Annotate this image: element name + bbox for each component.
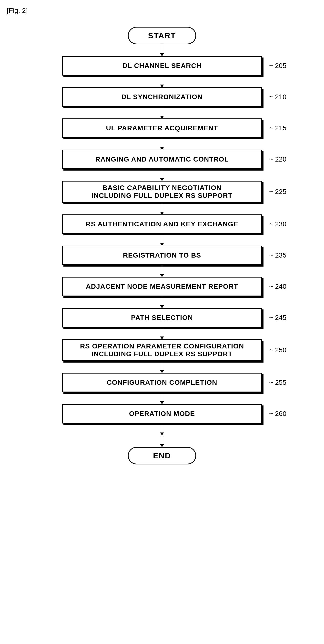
- arrow-after-step-260: [162, 424, 162, 435]
- step-235: REGISTRATION TO BS: [62, 246, 262, 265]
- step-210-number: ~ 210: [269, 93, 286, 101]
- nodes-container: DL CHANNEL SEARCH~ 205DL SYNCHRONIZATION…: [62, 56, 262, 435]
- arrow-connector: [162, 435, 162, 447]
- step-235-wrapper: REGISTRATION TO BS~ 235: [62, 246, 262, 265]
- arrow-after-step-220: [162, 169, 162, 181]
- step-245: PATH SELECTION: [62, 308, 262, 328]
- end-section: END: [128, 435, 196, 464]
- step-230: RS AUTHENTICATION AND KEY EXCHANGE: [62, 214, 262, 234]
- step-220: RANGING AND AUTOMATIC CONTROL: [62, 150, 262, 169]
- arrow-after-step-210: [162, 107, 162, 118]
- step-250-wrapper: RS OPERATION PARAMETER CONFIGURATION INC…: [62, 339, 262, 361]
- figure-label: [Fig. 2]: [7, 7, 28, 14]
- arrow-after-step-240: [162, 296, 162, 308]
- arrow-connector: [162, 44, 162, 56]
- step-260-number: ~ 260: [269, 410, 286, 418]
- step-225: BASIC CAPABILITY NEGOTIATION INCLUDING F…: [62, 181, 262, 203]
- arrow-after-step-250: [162, 361, 162, 373]
- step-235-number: ~ 235: [269, 252, 286, 259]
- arrow-after-step-255: [162, 392, 162, 404]
- step-230-wrapper: RS AUTHENTICATION AND KEY EXCHANGE~ 230: [62, 214, 262, 234]
- step-205-number: ~ 205: [269, 62, 286, 70]
- step-210: DL SYNCHRONIZATION: [62, 87, 262, 107]
- start-node: START: [128, 27, 196, 44]
- step-215-wrapper: UL PARAMETER ACQUIREMENT~ 215: [62, 118, 262, 138]
- step-240-number: ~ 240: [269, 283, 286, 290]
- step-215: UL PARAMETER ACQUIREMENT: [62, 118, 262, 138]
- step-215-number: ~ 215: [269, 124, 286, 132]
- step-240-wrapper: ADJACENT NODE MEASUREMENT REPORT~ 240: [62, 277, 262, 296]
- step-250-number: ~ 250: [269, 346, 286, 354]
- step-240: ADJACENT NODE MEASUREMENT REPORT: [62, 277, 262, 296]
- step-245-wrapper: PATH SELECTION~ 245: [62, 308, 262, 328]
- step-245-number: ~ 245: [269, 314, 286, 322]
- step-210-wrapper: DL SYNCHRONIZATION~ 210: [62, 87, 262, 107]
- end-node: END: [128, 447, 196, 464]
- step-255-wrapper: CONFIGURATION COMPLETION~ 255: [62, 373, 262, 392]
- step-230-number: ~ 230: [269, 220, 286, 228]
- step-205-wrapper: DL CHANNEL SEARCH~ 205: [62, 56, 262, 76]
- step-220-number: ~ 220: [269, 156, 286, 163]
- step-260: OPERATION MODE: [62, 404, 262, 424]
- arrow-after-step-225: [162, 203, 162, 214]
- step-220-wrapper: RANGING AND AUTOMATIC CONTROL~ 220: [62, 150, 262, 169]
- flowchart: START DL CHANNEL SEARCH~ 205DL SYNCHRONI…: [0, 7, 324, 464]
- arrow-after-step-245: [162, 328, 162, 339]
- arrow-after-step-235: [162, 265, 162, 277]
- step-255-number: ~ 255: [269, 379, 286, 386]
- step-260-wrapper: OPERATION MODE~ 260: [62, 404, 262, 424]
- step-225-wrapper: BASIC CAPABILITY NEGOTIATION INCLUDING F…: [62, 181, 262, 203]
- step-205: DL CHANNEL SEARCH: [62, 56, 262, 76]
- arrow-after-step-205: [162, 76, 162, 87]
- step-250: RS OPERATION PARAMETER CONFIGURATION INC…: [62, 339, 262, 361]
- arrow-after-step-230: [162, 234, 162, 246]
- step-255: CONFIGURATION COMPLETION: [62, 373, 262, 392]
- step-225-number: ~ 225: [269, 188, 286, 196]
- arrow-after-step-215: [162, 138, 162, 150]
